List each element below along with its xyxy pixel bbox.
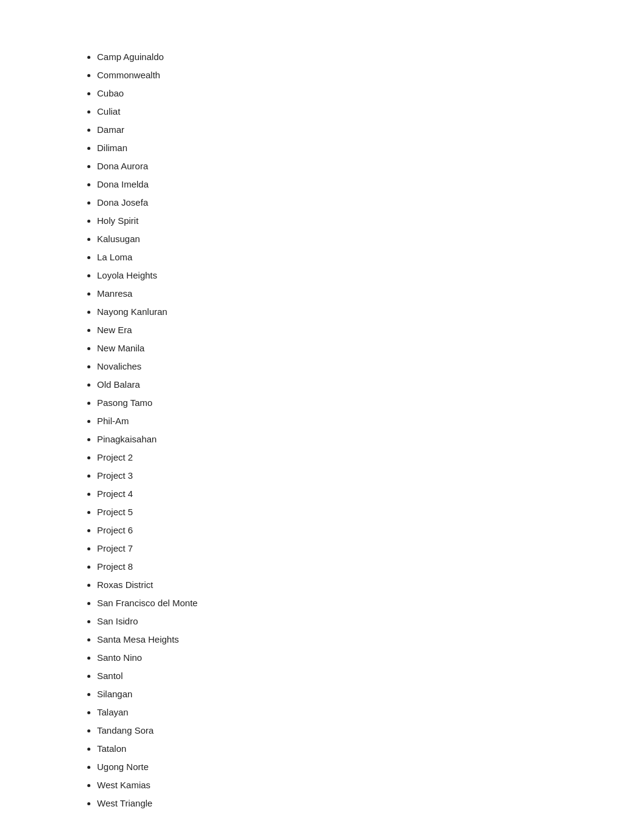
list-item: New Manila [97,340,644,357]
list-item: Project 6 [97,522,644,539]
list-item: Kalusugan [97,231,644,248]
list-item: Tatalon [97,740,644,757]
list-item: Project 7 [97,540,644,557]
list-item: Dona Aurora [97,158,644,175]
main-content: Camp AguinaldoCommonwealthCubaoCuliatDam… [0,0,644,835]
barangay-list: Camp AguinaldoCommonwealthCubaoCuliatDam… [85,49,644,812]
list-item: Roxas District [97,576,644,593]
list-item: Pinagkaisahan [97,431,644,448]
list-item: Manresa [97,285,644,302]
list-item: Project 2 [97,449,644,466]
list-item: Camp Aguinaldo [97,49,644,66]
list-item: Pasong Tamo [97,394,644,411]
list-item: Project 3 [97,467,644,484]
list-item: La Loma [97,249,644,266]
list-item: Dona Josefa [97,194,644,211]
list-item: San Francisco del Monte [97,595,644,612]
list-item: Project 8 [97,558,644,575]
list-item: Commonwealth [97,67,644,84]
list-item: Santo Nino [97,649,644,666]
list-item: Holy Spirit [97,212,644,229]
list-item: West Triangle [97,795,644,812]
list-item: Novaliches [97,358,644,375]
list-item: Tandang Sora [97,722,644,739]
list-item: Phil-Am [97,413,644,430]
list-item: San Isidro [97,613,644,630]
list-item: West Kamias [97,777,644,794]
list-item: Nayong Kanluran [97,303,644,320]
list-item: Project 4 [97,485,644,502]
list-item: Loyola Heights [97,267,644,284]
list-item: Santol [97,668,644,685]
list-item: Ugong Norte [97,759,644,776]
list-item: Project 5 [97,504,644,521]
list-item: Dona Imelda [97,176,644,193]
list-item: Cubao [97,85,644,102]
list-item: Old Balara [97,376,644,393]
list-item: New Era [97,322,644,339]
list-item: Diliman [97,140,644,157]
list-item: Santa Mesa Heights [97,631,644,648]
list-item: Silangan [97,686,644,703]
list-item: Culiat [97,103,644,120]
list-item: Damar [97,121,644,138]
list-item: Talayan [97,704,644,721]
